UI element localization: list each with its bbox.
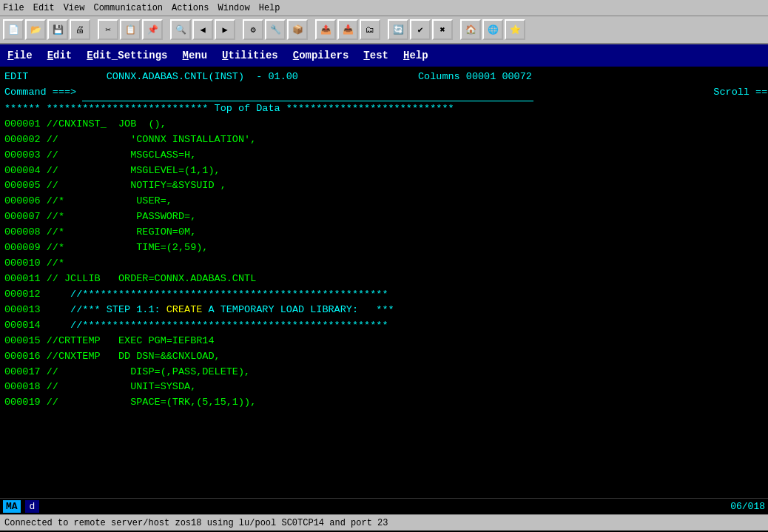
statusbar: MA d 06/018 [0, 498, 768, 514]
winmenu-file[interactable]: File [3, 3, 24, 13]
tb-open[interactable]: 📂 [25, 19, 46, 40]
ispf-file[interactable]: File [7, 50, 33, 61]
line-3: 000003 // MSGCLASS=H, [4, 148, 764, 164]
windows-menubar: File Edit View Communication Actions Win… [0, 0, 768, 16]
tb-package[interactable]: 📦 [287, 19, 308, 40]
line-18: 000018 // UNIT=SYSDA, [4, 380, 764, 395]
connection-status: Connected to remote server/host zos18 us… [4, 518, 388, 528]
tb-find[interactable]: 🔍 [170, 19, 191, 40]
tb-settings1[interactable]: ⚙ [243, 19, 263, 40]
tb-ok[interactable]: ✔ [410, 19, 431, 40]
line-8: 000008 //* REGION=0M, [4, 225, 764, 240]
tb-cut[interactable]: ✂ [98, 19, 118, 40]
ispf-help[interactable]: Help [403, 50, 428, 61]
line-4: 000004 // MSGLEVEL=(1,1), [4, 164, 764, 179]
time-display: 06/018 [730, 501, 765, 512]
terminal-area: EDIT CONNX.ADABAS.CNTL(INST) - 01.00 Col… [0, 67, 768, 498]
command-input[interactable] [82, 85, 533, 101]
line-2: 000002 // 'CONNX INSTALLATION', [4, 132, 764, 148]
tb-folder[interactable]: 🗂 [360, 19, 380, 40]
toolbar: 📄 📂 💾 🖨 ✂ 📋 📌 🔍 ◀ ▶ ⚙ 🔧 📦 📤 📥 🗂 🔄 ✔ ✖ 🏠 … [0, 16, 768, 44]
ispf-edit-settings[interactable]: Edit_Settings [87, 50, 167, 61]
line-10: 000010 //* [4, 256, 764, 272]
ma-indicator: MA [3, 500, 21, 513]
line-7: 000007 //* PASSWORD=, [4, 209, 764, 225]
line-15: 000015 //CRTTEMP EXEC PGM=IEFBR14 [4, 334, 764, 349]
top-of-data: ****** *************************** Top o… [4, 101, 764, 117]
ispf-menubar: File Edit Edit_Settings Menu Utilities C… [0, 44, 768, 67]
tb-upload[interactable]: 📤 [315, 19, 336, 40]
tb-copy[interactable]: 📋 [120, 19, 141, 40]
tb-home[interactable]: 🏠 [460, 19, 481, 40]
tb-refresh[interactable]: 🔄 [388, 19, 408, 40]
winmenu-communication[interactable]: Communication [93, 3, 163, 13]
tb-settings2[interactable]: 🔧 [265, 19, 286, 40]
line-1: 000001 //CNXINST_ JOB (), [4, 117, 764, 132]
ispf-test[interactable]: Test [363, 50, 388, 61]
tb-paste[interactable]: 📌 [142, 19, 163, 40]
tb-print[interactable]: 🖨 [70, 19, 90, 40]
line-11: 000011 // JCLLIB ORDER=CONNX.ADABAS.CNTL [4, 272, 764, 287]
tb-forward[interactable]: ▶ [215, 19, 235, 40]
tb-save[interactable]: 💾 [47, 19, 68, 40]
winmenu-actions[interactable]: Actions [172, 3, 209, 13]
line-14: 000014 //*******************************… [4, 318, 764, 334]
bottombar: Connected to remote server/host zos18 us… [0, 514, 768, 531]
ispf-edit[interactable]: Edit [47, 50, 73, 61]
winmenu-edit[interactable]: Edit [33, 3, 55, 13]
winmenu-view[interactable]: View [64, 3, 85, 13]
line-19: 000019 // SPACE=(TRK,(5,15,1)), [4, 395, 764, 411]
d-indicator: d [25, 500, 40, 513]
tb-download[interactable]: 📥 [337, 19, 358, 40]
ispf-compilers[interactable]: Compilers [293, 50, 349, 61]
tb-star[interactable]: ⭐ [505, 19, 525, 40]
tb-cancel-btn[interactable]: ✖ [432, 19, 453, 40]
winmenu-window[interactable]: Window [218, 3, 249, 13]
ispf-menu[interactable]: Menu [182, 50, 207, 61]
line-9: 000009 //* TIME=(2,59), [4, 240, 764, 256]
tb-back[interactable]: ◀ [192, 19, 213, 40]
tb-globe[interactable]: 🌐 [482, 19, 503, 40]
header-line1: EDIT CONNX.ADABAS.CNTL(INST) - 01.00 Col… [4, 70, 764, 85]
ispf-utilities[interactable]: Utilities [222, 50, 278, 61]
header-line2: Command ===> Scroll ===> CSR [4, 85, 764, 101]
tb-new[interactable]: 📄 [3, 19, 24, 40]
line-12: 000012 //*******************************… [4, 287, 764, 303]
line-16: 000016 //CNXTEMP DD DSN=&&CNXLOAD, [4, 349, 764, 365]
line-5: 000005 // NOTIFY=&SYSUID , [4, 178, 764, 194]
line-6: 000006 //* USER=, [4, 194, 764, 209]
winmenu-help[interactable]: Help [259, 3, 280, 13]
line-13: 000013 //*** STEP 1.1: CREATE A TEMPORAR… [4, 303, 764, 318]
line-17: 000017 // DISP=(,PASS,DELETE), [4, 365, 764, 380]
